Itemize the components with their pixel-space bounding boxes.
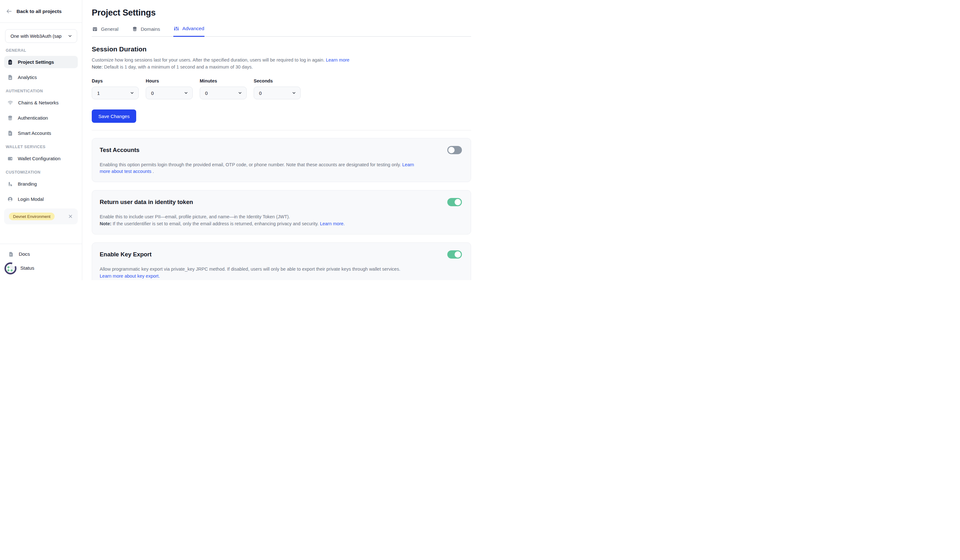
app-root: Back to all projects One with Web3Auth (…	[0, 0, 480, 280]
section-label-general: GENERAL	[6, 48, 78, 53]
environment-badge: Devnet Environment	[9, 212, 54, 220]
settings-cards: Test Accounts Enabling this option permi…	[92, 138, 471, 280]
sidebar-item-chains-networks[interactable]: Chains & Networks	[4, 96, 78, 109]
identity-token-note-text: If the userIdentifier is set to email, o…	[113, 221, 319, 226]
hours-field: Hours 0	[146, 78, 193, 99]
file-text-icon	[8, 252, 14, 257]
days-field: Days 1	[92, 78, 139, 99]
key-export-title: Enable Key Export	[100, 251, 152, 258]
save-changes-button[interactable]: Save Changes	[92, 110, 136, 123]
chevron-down-icon	[130, 91, 134, 95]
sidebar-item-label: Branding	[18, 181, 37, 187]
clipboard-list-icon	[7, 59, 13, 65]
seconds-value: 0	[259, 91, 262, 96]
table-icon	[92, 26, 98, 32]
key-export-line1: Allow programmatic key export via privat…	[100, 266, 462, 273]
test-accounts-toggle[interactable]	[447, 146, 462, 154]
sidebar: Back to all projects One with Web3Auth (…	[0, 0, 82, 280]
sidebar-item-label: Project Settings	[18, 59, 54, 65]
tab-domains[interactable]: Domains	[132, 25, 160, 37]
identity-token-title: Return user data in identity token	[100, 199, 193, 206]
sidebar-item-analytics[interactable]: Analytics	[4, 71, 78, 83]
identity-token-description: Enable this to include user PII—email, p…	[100, 214, 462, 227]
status-link[interactable]: Status	[0, 260, 82, 276]
tab-label: Advanced	[182, 26, 204, 32]
sidebar-item-label: Wallet Configuration	[18, 156, 61, 161]
docs-link[interactable]: Docs	[0, 249, 82, 260]
identity-token-line1: Enable this to include user PII—email, p…	[100, 214, 462, 220]
key-export-learn-more-link[interactable]: Learn more about key export.	[100, 273, 160, 279]
minutes-label: Minutes	[200, 78, 247, 83]
days-value: 1	[97, 91, 100, 96]
hours-select[interactable]: 0	[146, 87, 193, 99]
session-note-text: Default is 1 day, with a minimum of 1 se…	[104, 64, 253, 70]
minutes-field: Minutes 0	[200, 78, 247, 99]
seconds-select[interactable]: 0	[254, 87, 301, 99]
test-accounts-suffix: .	[153, 169, 154, 174]
test-accounts-card: Test Accounts Enabling this option permi…	[92, 138, 471, 182]
back-label: Back to all projects	[16, 9, 62, 14]
sliders-icon	[174, 26, 179, 32]
session-duration-title: Session Duration	[92, 45, 471, 53]
sidebar-item-label: Chains & Networks	[18, 100, 59, 105]
project-selector-value: One with Web3Auth (sap	[11, 34, 62, 39]
tab-general[interactable]: General	[92, 25, 119, 37]
days-select[interactable]: 1	[92, 87, 139, 99]
toggle-knob	[454, 199, 461, 205]
identity-token-card: Return user data in identity token Enabl…	[92, 190, 471, 235]
sidebar-item-authentication[interactable]: Authentication	[4, 112, 78, 124]
chevron-down-icon	[292, 91, 296, 95]
user-circle-icon	[7, 196, 13, 202]
arrow-left-icon	[6, 8, 12, 14]
tab-advanced[interactable]: Advanced	[173, 25, 205, 37]
seconds-label: Seconds	[254, 78, 301, 83]
identity-token-learn-more-link[interactable]: Learn more.	[320, 221, 345, 226]
sidebar-item-wallet-configuration[interactable]: Wallet Configuration	[4, 152, 78, 165]
sidebar-nav: GENERAL Project Settings Analytics AUTHE…	[0, 48, 82, 205]
section-divider	[92, 130, 471, 131]
toggle-knob	[448, 147, 454, 153]
duration-fields: Days 1 Hours 0 Minutes 0	[92, 78, 471, 99]
sidebar-item-label: Smart Accounts	[18, 131, 51, 136]
project-selector[interactable]: One with Web3Auth (sap	[5, 29, 77, 43]
session-note-label: Note:	[92, 64, 103, 70]
test-accounts-text: Enabling this option permits login throu…	[100, 162, 401, 167]
sidebar-footer: Docs Status	[0, 244, 82, 280]
wifi-icon	[7, 100, 13, 106]
database-icon	[132, 26, 138, 32]
section-label-customization: CUSTOMIZATION	[6, 170, 78, 174]
toggle-knob	[454, 251, 461, 258]
brand-palette-icon	[7, 181, 13, 187]
sidebar-item-label: Login Modal	[18, 196, 44, 202]
page-title: Project Settings	[92, 8, 471, 18]
docs-label: Docs	[19, 251, 30, 257]
sidebar-item-smart-accounts[interactable]: Smart Accounts	[4, 127, 78, 139]
main-content: Project Settings General Domains Advance…	[82, 0, 480, 280]
sidebar-item-login-modal[interactable]: Login Modal	[4, 193, 78, 205]
sidebar-item-project-settings[interactable]: Project Settings	[4, 56, 78, 68]
seconds-field: Seconds 0	[254, 78, 301, 99]
session-learn-more-link[interactable]: Learn more	[326, 57, 349, 62]
minutes-value: 0	[205, 91, 208, 96]
tab-label: Domains	[141, 26, 160, 32]
tab-label: General	[101, 26, 118, 32]
identity-token-toggle[interactable]	[447, 198, 462, 206]
session-description-text: Customize how long sessions last for you…	[92, 57, 325, 62]
database-icon	[7, 115, 13, 121]
minutes-select[interactable]: 0	[200, 87, 247, 99]
section-label-authentication: AUTHENTICATION	[6, 89, 78, 93]
chevron-down-icon	[184, 91, 188, 95]
file-text-icon	[7, 131, 13, 136]
test-accounts-title: Test Accounts	[100, 147, 139, 153]
back-to-projects-button[interactable]: Back to all projects	[0, 0, 82, 23]
sidebar-item-label: Analytics	[18, 75, 37, 80]
key-export-toggle[interactable]	[447, 250, 462, 258]
status-label: Status	[20, 265, 34, 271]
section-label-wallet-services: WALLET SERVICES	[6, 145, 78, 149]
session-duration-description: Customize how long sessions last for you…	[92, 57, 471, 70]
sidebar-item-label: Authentication	[18, 115, 48, 121]
close-icon[interactable]	[68, 214, 73, 219]
hours-value: 0	[151, 91, 154, 96]
identity-token-note-label: Note:	[100, 221, 111, 226]
sidebar-item-branding[interactable]: Branding	[4, 178, 78, 190]
